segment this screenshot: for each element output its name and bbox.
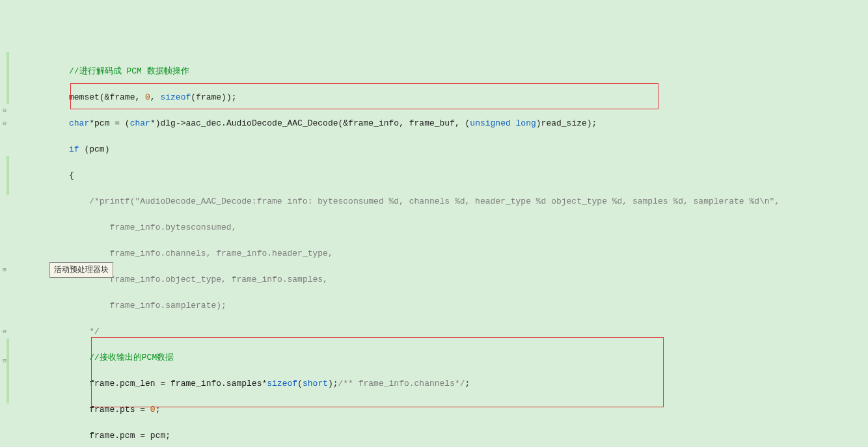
- keyword: char: [69, 118, 89, 128]
- comment: //进行解码成 PCM 数据帧操作: [69, 66, 189, 76]
- fold-marker[interactable]: ⊞: [1, 264, 8, 277]
- keyword: unsigned long: [470, 118, 536, 128]
- highlight-box: [91, 337, 664, 407]
- code-area[interactable]: //进行解码成 PCM 数据帧操作 memset(&frame, 0, size…: [14, 52, 780, 447]
- number-literal: 0: [145, 92, 150, 102]
- number-literal: 0: [150, 405, 156, 414]
- code-text: memset(&frame,: [69, 92, 145, 102]
- change-bar: [7, 156, 9, 195]
- comment: //接收输出的PCM数据: [89, 353, 174, 362]
- fold-marker[interactable]: ⊟: [1, 355, 8, 368]
- fold-marker[interactable]: ⊟: [1, 117, 8, 130]
- gutter: ⊟ ⊟ ⊞ ⊟ ⊟: [0, 52, 14, 447]
- keyword: short: [303, 379, 328, 388]
- change-bar: [7, 338, 9, 403]
- code-editor[interactable]: ⊟ ⊟ ⊞ ⊟ ⊟ //进行解码成 PCM 数据帧操作 memset(&fram…: [0, 52, 868, 447]
- keyword: if: [69, 144, 79, 154]
- fold-marker[interactable]: ⊟: [1, 325, 8, 338]
- keyword: char: [130, 118, 150, 128]
- keyword: sizeof: [160, 92, 191, 102]
- keyword: sizeof: [267, 379, 297, 388]
- tooltip: 活动预处理器块: [49, 262, 113, 278]
- change-bar: [7, 52, 9, 104]
- fold-marker[interactable]: ⊟: [1, 104, 8, 117]
- multiline-comment: /*printf("AudioDecode_AAC_Decode:frame i…: [89, 196, 780, 206]
